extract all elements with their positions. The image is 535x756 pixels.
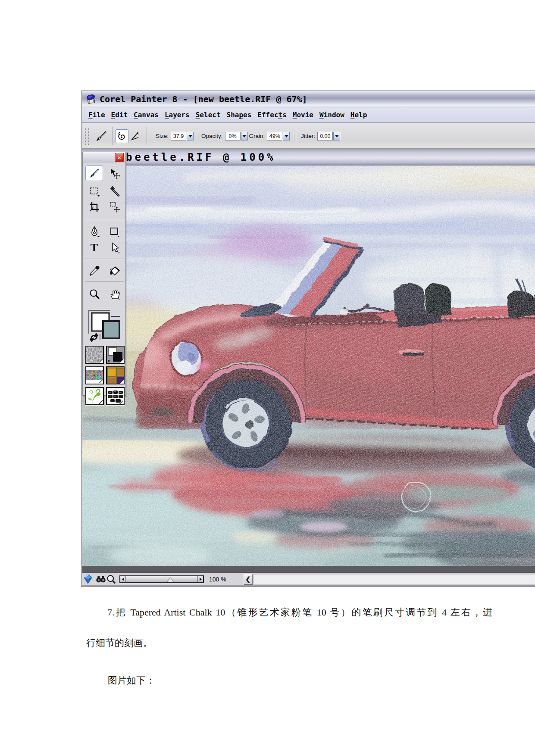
tool-rectangular-selection[interactable] — [84, 183, 104, 199]
crop-icon — [89, 201, 100, 212]
tool-shape-selector[interactable] — [104, 240, 125, 256]
corel-painter-window: Corel Painter 8 - [new beetle.RIF @ 67%]… — [81, 91, 535, 587]
brush-icon[interactable] — [95, 130, 108, 143]
document-statusbar: 100 % ❮ — [82, 573, 535, 586]
weave-selector[interactable] — [106, 366, 125, 384]
brush-look-selector[interactable] — [106, 387, 125, 405]
field-size: Size:37.9 — [156, 132, 194, 141]
layer-adjuster-icon — [109, 168, 120, 179]
straight-line-stroke-button[interactable] — [128, 129, 141, 143]
tool-pen[interactable] — [84, 224, 104, 239]
shape-selector-icon — [109, 242, 120, 253]
hscroll-track[interactable] — [253, 574, 535, 584]
paint-bucket-icon — [109, 265, 120, 276]
flyout-corner-icon — [99, 400, 103, 404]
pattern-selector[interactable] — [85, 366, 104, 384]
canvas-bottom-strip — [82, 566, 535, 573]
drawer-icon[interactable] — [83, 574, 93, 585]
paper-selector[interactable] — [85, 346, 104, 364]
field-grain: Grain:49% — [249, 132, 290, 141]
swap-colors-icon[interactable] — [90, 334, 98, 342]
menu-select[interactable]: Select — [193, 111, 224, 119]
toolbar-grip-handle[interactable] — [84, 127, 90, 146]
nozzle-selector[interactable] — [85, 387, 104, 405]
menu-movie[interactable]: Movie — [290, 111, 316, 119]
tool-crop[interactable] — [84, 199, 104, 215]
magnifier-icon[interactable] — [106, 574, 116, 585]
field-dropdown-arrow[interactable] — [241, 132, 248, 141]
zoom-slider-thumb[interactable] — [167, 578, 173, 582]
menu-effects[interactable]: Effects — [254, 111, 289, 119]
flyout-corner-icon — [99, 359, 103, 363]
menu-window[interactable]: Window — [316, 111, 347, 119]
gradient-selector[interactable] — [106, 346, 125, 364]
tool-magic-wand[interactable] — [104, 183, 125, 199]
magnifier-tool-icon — [89, 288, 100, 300]
tool-rectangular-shape[interactable] — [104, 224, 125, 239]
tool-selection-adjuster[interactable] — [104, 199, 125, 215]
toolbox-titlebar[interactable]: × — [83, 152, 125, 162]
color-swatches — [86, 307, 124, 342]
flyout-corner-icon — [120, 359, 124, 363]
pen-icon — [89, 226, 100, 237]
document-canvas[interactable] — [82, 166, 535, 566]
close-icon[interactable]: × — [116, 153, 123, 161]
hscroll-left-button[interactable]: ❮ — [244, 574, 253, 584]
magic-wand-icon — [109, 185, 120, 197]
field-value-input[interactable]: 0% — [225, 132, 241, 141]
freehand-stroke-icon — [117, 131, 127, 142]
tool-brush[interactable] — [85, 166, 103, 181]
flyout-corner-icon — [120, 400, 124, 404]
field-dropdown-arrow[interactable] — [187, 132, 194, 141]
flyout-corner-icon — [99, 380, 103, 384]
tool-paint-bucket[interactable] — [104, 263, 125, 278]
field-value-input[interactable]: 49% — [267, 132, 282, 141]
menu-file[interactable]: File — [85, 111, 108, 119]
menu-help[interactable]: Help — [347, 111, 370, 119]
field-opacity: Opacity:0% — [201, 132, 248, 141]
field-value-input[interactable]: 37.9 — [171, 132, 186, 141]
field-dropdown-arrow[interactable] — [333, 132, 340, 141]
brush-icon — [89, 168, 100, 179]
painter-app-icon — [84, 94, 96, 105]
flyout-corner-icon — [120, 380, 124, 384]
window-title: Corel Painter 8 - [new beetle.RIF @ 67%] — [100, 94, 307, 104]
document-title: beetle.RIF @ 100% — [126, 151, 276, 163]
selector-thumbnails — [85, 346, 125, 408]
document-titlebar[interactable]: beetle.RIF @ 100% — [82, 149, 535, 166]
field-label: Grain: — [249, 133, 265, 139]
tool-dropper[interactable] — [84, 263, 104, 278]
field-label: Opacity: — [201, 133, 223, 139]
tool-magnifier[interactable] — [84, 286, 104, 302]
property-bar: Size:37.9Opacity:0%Grain:49%Jitter:0.00 — [82, 123, 535, 150]
beetle-painting — [82, 166, 535, 566]
tool-layer-adjuster[interactable] — [104, 166, 125, 181]
window-titlebar[interactable]: Corel Painter 8 - [new beetle.RIF @ 67%] — [82, 91, 535, 107]
zoom-slider-right-arrow[interactable] — [197, 576, 203, 582]
freehand-stroke-button[interactable] — [116, 129, 128, 143]
menu-layers[interactable]: Layers — [162, 111, 193, 119]
tool-grabber-hand[interactable] — [104, 286, 125, 302]
tool-text[interactable]: T — [84, 240, 104, 256]
selection-adjuster-icon — [109, 201, 120, 212]
back-color-swatch[interactable] — [103, 321, 119, 338]
field-value-input[interactable]: 0.00 — [317, 132, 333, 141]
field-label: Jitter: — [301, 133, 315, 139]
zoom-slider-left-arrow[interactable] — [120, 576, 126, 582]
field-dropdown-arrow[interactable] — [283, 132, 290, 141]
grabber-hand-icon — [109, 288, 120, 300]
zoom-value: 100 % — [209, 576, 226, 583]
binoculars-icon[interactable] — [96, 574, 106, 584]
paragraph-line-1: 7.把 Tapered Artist Chalk 10（锥形艺术家粉笔 10 号… — [107, 606, 492, 619]
rect-shape-icon — [109, 226, 120, 237]
menu-edit[interactable]: Edit — [108, 111, 131, 119]
field-label: Size: — [156, 133, 169, 139]
straight-line-stroke-icon — [129, 131, 141, 142]
text-tool-icon: T — [91, 242, 98, 253]
menu-shapes[interactable]: Shapes — [224, 111, 255, 119]
menu-canvas[interactable]: Canvas — [131, 111, 162, 119]
menubar: FileEditCanvasLayersSelectShapesEffectsM… — [82, 107, 535, 123]
zoom-slider[interactable] — [119, 575, 204, 583]
toolbox-palette: × — [82, 152, 126, 396]
paragraph-line-3: 图片如下： — [108, 674, 155, 687]
